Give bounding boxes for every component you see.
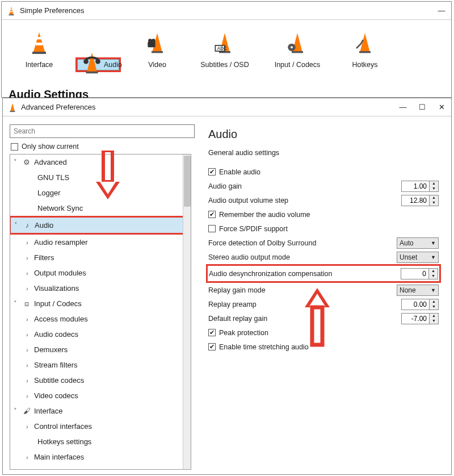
category-input-codecs[interactable]: Input / Codecs	[266, 26, 329, 72]
category-label: Subtitles / OSD	[195, 61, 255, 69]
tree-item-subtitle-codecs[interactable]: ›Subtitle codecs	[10, 373, 191, 388]
category-hotkeys[interactable]: Hotkeys	[339, 26, 391, 72]
dolby-select[interactable]: Auto▼	[397, 237, 439, 249]
codec-icon: ⧈	[22, 299, 32, 308]
timestretch-checkbox[interactable]: ✔	[208, 343, 216, 350]
category-label: Audio	[104, 61, 122, 69]
tree-item-playlist[interactable]: ˅≡Playlist	[10, 465, 191, 470]
left-pane: Only show current ˅⚙Advanced GNU TLS Log…	[3, 116, 194, 474]
peak-checkbox[interactable]: ✔	[208, 329, 216, 336]
remember-volume-checkbox[interactable]: ✔	[208, 211, 216, 218]
stereo-mode-select[interactable]: Unset▼	[397, 252, 439, 263]
paint-icon: 🖌	[22, 407, 32, 415]
simple-title: Simple Preferences	[20, 6, 436, 15]
tree-item-hotkeys-settings[interactable]: Hotkeys settings	[10, 434, 191, 449]
audio-tree-highlight: ˅♪Audio	[10, 216, 191, 235]
minimize-button[interactable]: —	[436, 6, 447, 15]
tree-item-demuxers[interactable]: ›Demuxers	[10, 342, 191, 357]
tree-item-network-sync[interactable]: Network Sync	[10, 201, 191, 216]
panel-heading: Audio	[208, 128, 439, 141]
svg-rect-7	[36, 43, 43, 45]
svg-text:ABC: ABC	[217, 45, 227, 51]
category-audio[interactable]: Audio	[77, 59, 119, 70]
svg-rect-34	[312, 307, 322, 345]
tree-item-control-interfaces[interactable]: ›Control interfaces	[10, 419, 191, 434]
desync-highlight: Audio desynchronization compensation ▲▼	[206, 264, 441, 283]
tree-item-access-modules[interactable]: ›Access modules	[10, 311, 191, 327]
replay-preamp-spinner[interactable]: ▲▼	[401, 299, 439, 310]
force-spdif-checkbox[interactable]	[208, 225, 216, 232]
desync-label: Audio desynchronization compensation	[209, 270, 401, 278]
maximize-button[interactable]: ☐	[417, 103, 427, 111]
tree-item-visualizations[interactable]: ›Visualizations	[10, 281, 191, 296]
enable-audio-row: ✔ Enable audio	[208, 165, 439, 179]
tree-item-stream-filters[interactable]: ›Stream filters	[10, 357, 191, 373]
category-interface[interactable]: Interface	[13, 26, 65, 72]
simple-categories: Interface Audio Video ABC Subtitles / OS…	[2, 20, 451, 76]
timestretch-label: Enable time stretching audio	[219, 343, 309, 351]
svg-marker-8	[87, 53, 97, 72]
minimize-button[interactable]: —	[398, 103, 408, 111]
svg-rect-9	[86, 72, 98, 74]
tree-item-filters[interactable]: ›Filters	[10, 250, 191, 265]
category-video[interactable]: Video	[131, 26, 183, 72]
advanced-titlebar: Advanced Preferences — ☐ ✕	[3, 98, 451, 116]
simple-titlebar: Simple Preferences —	[2, 2, 451, 20]
audio-cat-highlight: Audio	[75, 57, 121, 72]
search-input[interactable]	[10, 124, 195, 138]
volume-step-label: Audio output volume step	[208, 197, 401, 204]
svg-rect-6	[37, 37, 41, 39]
enable-audio-checkbox[interactable]: ✔	[208, 168, 216, 176]
svg-rect-2	[10, 9, 12, 10]
svg-rect-14	[148, 41, 155, 47]
svg-rect-29	[103, 151, 112, 182]
svg-rect-28	[10, 111, 15, 112]
svg-point-16	[152, 39, 155, 43]
only-show-current-label: Only show current	[22, 143, 79, 151]
gear-icon: ⚙	[22, 158, 32, 166]
only-show-current-checkbox[interactable]	[11, 143, 18, 151]
tree-item-output-modules[interactable]: ›Output modules	[10, 265, 191, 281]
simple-preferences-window: Simple Preferences — Interface Audio Vid…	[1, 1, 452, 98]
scrollbar-thumb[interactable]	[184, 156, 191, 207]
tree-item-audio-resampler[interactable]: ›Audio resampler	[10, 235, 191, 250]
svg-rect-3	[10, 11, 13, 12]
volume-step-spinner[interactable]: ▲▼	[401, 195, 439, 206]
tree-item-input-codecs[interactable]: ˅⧈Input / Codecs	[10, 296, 191, 311]
close-button[interactable]: ✕	[436, 103, 447, 111]
force-spdif-label: Force S/PDIF support	[219, 225, 288, 233]
tree-item-main-interfaces[interactable]: ›Main interfaces	[10, 449, 191, 465]
note-icon: ♪	[22, 221, 32, 229]
svg-rect-13	[152, 51, 163, 53]
svg-point-15	[148, 39, 152, 43]
peak-label: Peak protection	[219, 329, 268, 337]
vlc-cone-icon	[7, 102, 18, 112]
desync-spinner[interactable]: ▲▼	[401, 268, 438, 279]
svg-marker-0	[9, 6, 13, 14]
svg-point-10	[83, 59, 89, 64]
tree-item-audio[interactable]: ˅♪Audio	[11, 218, 189, 233]
dolby-label: Force detection of Dolby Surround	[208, 239, 397, 247]
tree-item-interface[interactable]: ˅🖌Interface	[10, 403, 191, 419]
category-label: Video	[132, 61, 182, 69]
svg-rect-1	[9, 14, 14, 15]
advanced-preferences-window: Advanced Preferences — ☐ ✕ Only show cur…	[2, 98, 452, 475]
replay-mode-select[interactable]: None▼	[397, 285, 439, 296]
svg-marker-27	[10, 103, 14, 111]
tree-item-video-codecs[interactable]: ›Video codecs	[10, 388, 191, 403]
up-arrow-annotation	[301, 287, 333, 349]
list-icon: ≡	[22, 468, 32, 470]
svg-rect-26	[359, 51, 371, 53]
default-replay-spinner[interactable]: ▲▼	[401, 313, 439, 324]
svg-marker-4	[33, 32, 45, 52]
category-subtitles[interactable]: ABC Subtitles / OSD	[194, 26, 256, 72]
right-pane: Audio General audio settings ✔ Enable au…	[194, 116, 451, 474]
tree-item-audio-codecs[interactable]: ›Audio codecs	[10, 327, 191, 342]
remember-volume-label: Remember the audio volume	[219, 211, 310, 219]
tree-scrollbar[interactable]	[183, 155, 191, 469]
category-label: Interface	[14, 61, 64, 69]
category-label: Input / Codecs	[267, 61, 327, 69]
down-arrow-annotation	[94, 151, 122, 202]
category-label: Hotkeys	[340, 61, 390, 69]
audio-gain-spinner[interactable]: ▲▼	[401, 181, 439, 192]
